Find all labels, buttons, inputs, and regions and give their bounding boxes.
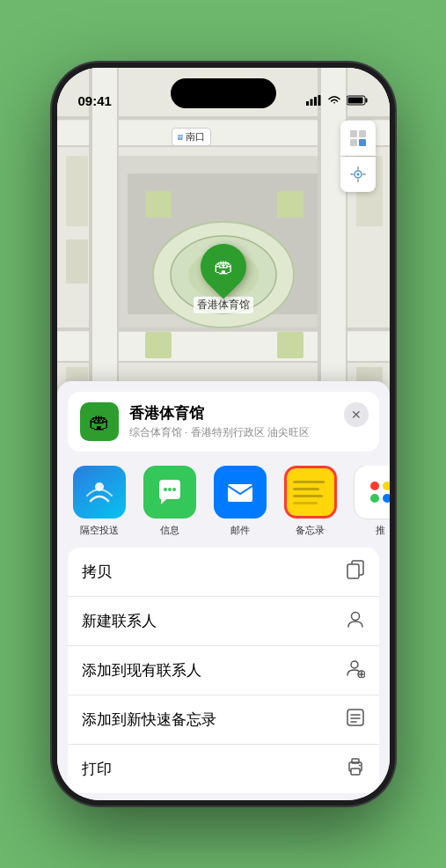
share-apps-row: 隔空投送 信息 [57, 459, 390, 548]
action-add-contact-label: 添加到现有联系人 [82, 660, 201, 680]
share-apps-scroll: 隔空投送 信息 [57, 466, 390, 537]
south-dot: 南 [178, 135, 183, 140]
action-copy-label: 拷贝 [82, 562, 112, 582]
phone-frame: 09:41 [52, 63, 395, 805]
svg-point-59 [359, 765, 361, 767]
action-list: 拷贝 新建联系人 [68, 548, 379, 793]
svg-rect-2 [314, 97, 317, 106]
map-view-button[interactable] [340, 121, 376, 156]
svg-rect-31 [277, 191, 303, 217]
new-contact-icon [346, 609, 365, 633]
svg-rect-22 [66, 156, 88, 226]
location-card-icon: 🏟 [80, 402, 119, 441]
svg-rect-5 [365, 99, 367, 103]
add-contact-icon [346, 658, 365, 682]
svg-point-41 [164, 488, 167, 491]
svg-rect-36 [350, 139, 357, 146]
south-text: 南口 [186, 130, 205, 143]
wifi-icon [327, 95, 341, 108]
share-app-more[interactable]: 推 [349, 466, 390, 537]
location-card: 🏟 香港体育馆 综合体育馆 · 香港特别行政区 油尖旺区 ✕ [68, 392, 379, 452]
action-new-contact[interactable]: 新建联系人 [68, 597, 379, 646]
notes-icon [284, 466, 337, 519]
svg-rect-23 [66, 239, 88, 283]
action-print-label: 打印 [82, 759, 112, 779]
mail-icon [214, 466, 267, 519]
more-label: 推 [376, 524, 385, 537]
svg-rect-32 [145, 332, 172, 358]
close-button[interactable]: ✕ [344, 402, 369, 427]
share-app-mail[interactable]: 邮件 [208, 466, 272, 537]
svg-rect-46 [347, 564, 359, 578]
svg-point-43 [172, 488, 176, 491]
status-icons [306, 95, 369, 108]
svg-rect-52 [347, 710, 363, 725]
svg-rect-33 [277, 332, 303, 358]
battery-icon [347, 95, 369, 108]
messages-label: 信息 [160, 524, 179, 537]
svg-rect-58 [352, 759, 359, 763]
quick-note-icon [346, 708, 365, 732]
marker-pin-icon: 🏟 [214, 255, 233, 278]
action-copy[interactable]: 拷贝 [68, 548, 379, 597]
share-app-notes[interactable]: 备忘录 [279, 466, 342, 537]
svg-rect-3 [318, 95, 320, 106]
messages-icon [143, 466, 196, 519]
location-info: 香港体育馆 综合体育馆 · 香港特别行政区 油尖旺区 [129, 403, 367, 440]
location-desc: 综合体育馆 · 香港特别行政区 油尖旺区 [129, 425, 367, 440]
action-quick-note[interactable]: 添加到新快速备忘录 [68, 695, 379, 745]
copy-icon [346, 560, 365, 584]
stadium-marker: 🏟 香港体育馆 [194, 244, 253, 313]
notes-label: 备忘录 [296, 524, 325, 537]
svg-rect-35 [359, 130, 366, 137]
location-button[interactable] [340, 157, 376, 192]
svg-point-48 [351, 661, 358, 668]
svg-rect-1 [310, 99, 312, 107]
svg-rect-34 [350, 130, 357, 137]
dynamic-island [171, 78, 276, 108]
action-print[interactable]: 打印 [68, 745, 379, 793]
action-new-contact-label: 新建联系人 [82, 611, 157, 631]
mail-label: 邮件 [230, 524, 250, 537]
airdrop-icon [73, 466, 126, 519]
svg-rect-30 [145, 191, 172, 217]
action-quick-note-label: 添加到新快速备忘录 [82, 710, 216, 730]
svg-rect-6 [347, 98, 362, 104]
share-sheet: 🏟 香港体育馆 综合体育馆 · 香港特别行政区 油尖旺区 ✕ [57, 381, 390, 800]
svg-point-42 [168, 488, 172, 491]
svg-point-47 [351, 613, 359, 621]
airdrop-label: 隔空投送 [80, 524, 119, 537]
south-entrance-label: 南 南口 [172, 128, 211, 146]
svg-rect-37 [359, 139, 366, 146]
svg-rect-0 [306, 101, 309, 106]
location-name: 香港体育馆 [129, 403, 367, 423]
more-icon [355, 466, 390, 519]
marker-pin: 🏟 [191, 234, 256, 299]
svg-point-39 [356, 173, 359, 176]
phone-screen: 09:41 [57, 68, 390, 800]
share-app-airdrop[interactable]: 隔空投送 [68, 466, 131, 537]
print-icon [346, 757, 365, 781]
svg-rect-57 [351, 769, 360, 775]
action-add-contact[interactable]: 添加到现有联系人 [68, 646, 379, 695]
signal-icon [306, 95, 322, 108]
map-controls [340, 121, 376, 192]
share-app-messages[interactable]: 信息 [138, 466, 201, 537]
